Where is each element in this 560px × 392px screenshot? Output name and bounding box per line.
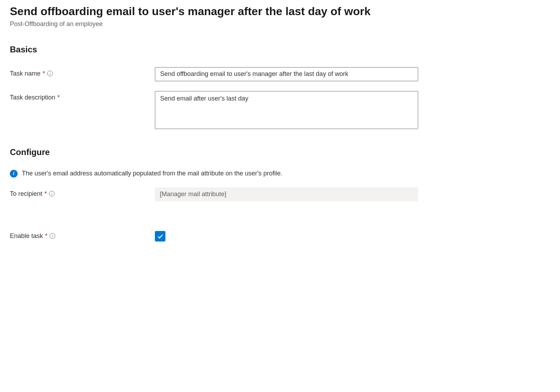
info-filled-icon: i xyxy=(10,170,18,178)
task-name-input[interactable] xyxy=(155,67,418,81)
section-configure-title: Configure xyxy=(10,147,550,157)
label-to-recipient: To recipient * i xyxy=(10,187,155,198)
label-enable-task: Enable task * i xyxy=(10,231,155,240)
label-task-name: Task name * i xyxy=(10,67,155,77)
label-task-description-text: Task description xyxy=(10,94,55,101)
row-task-description: Task description * xyxy=(10,91,550,130)
info-icon[interactable]: i xyxy=(47,71,53,76)
info-banner: i The user's email address automatically… xyxy=(10,170,550,178)
task-description-input[interactable] xyxy=(155,91,418,129)
info-icon[interactable]: i xyxy=(50,233,55,239)
to-recipient-field: [Manager mail attribute] xyxy=(155,187,418,201)
info-icon[interactable]: i xyxy=(49,191,55,197)
page-subtitle: Post-Offboarding of an employee xyxy=(10,20,550,28)
row-enable-task: Enable task * i xyxy=(10,231,550,242)
required-asterisk: * xyxy=(57,94,60,101)
required-asterisk: * xyxy=(45,232,48,240)
label-task-description: Task description * xyxy=(10,91,155,101)
required-asterisk: * xyxy=(44,190,47,198)
label-enable-task-text: Enable task xyxy=(10,232,43,240)
label-to-recipient-text: To recipient xyxy=(10,190,42,198)
page-title: Send offboarding email to user's manager… xyxy=(10,4,550,19)
required-asterisk: * xyxy=(43,70,45,77)
info-banner-text: The user's email address automatically p… xyxy=(22,170,282,177)
row-task-name: Task name * i xyxy=(10,67,550,81)
enable-task-checkbox[interactable] xyxy=(155,231,165,242)
section-basics-title: Basics xyxy=(10,45,550,54)
checkmark-icon xyxy=(157,233,164,240)
label-task-name-text: Task name xyxy=(10,70,40,77)
row-to-recipient: To recipient * i [Manager mail attribute… xyxy=(10,187,550,201)
